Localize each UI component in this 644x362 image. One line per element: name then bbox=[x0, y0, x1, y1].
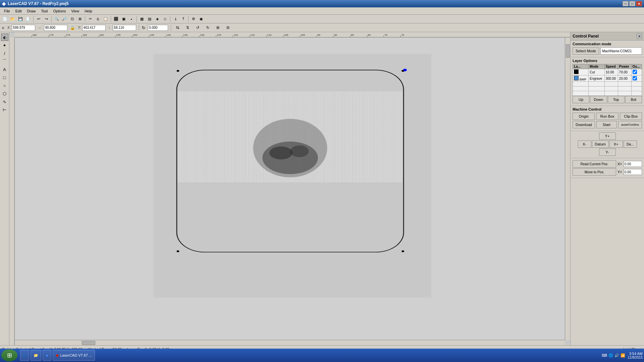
y-input[interactable] bbox=[82, 25, 106, 31]
x-plus-button[interactable]: X+ bbox=[609, 140, 623, 148]
x-pos-input[interactable] bbox=[624, 161, 642, 167]
y-pos-input[interactable] bbox=[624, 169, 642, 175]
left-toolbox: ⬖ ✦ / ⌒ A □ ○ ⬡ ∿ ⊢ bbox=[0, 32, 9, 345]
menu-draw[interactable]: Draw bbox=[24, 8, 39, 14]
zoom-fit-button[interactable]: ⊡ bbox=[68, 15, 76, 23]
rotation-input[interactable] bbox=[148, 25, 168, 31]
v-scrollbar[interactable] bbox=[565, 38, 570, 340]
bot-button[interactable]: Bot bbox=[625, 96, 642, 103]
redo-button[interactable]: ↪ bbox=[43, 15, 50, 23]
datum-button[interactable]: Datum bbox=[592, 140, 609, 148]
close-button[interactable]: ✕ bbox=[636, 1, 642, 6]
layer-row-0[interactable]: Cut 10.00 70.00 bbox=[573, 69, 642, 75]
ie-button[interactable]: e bbox=[20, 350, 29, 361]
y-minus-button[interactable]: Y- bbox=[599, 148, 616, 156]
zoom-out-button[interactable]: 🔎 bbox=[61, 15, 68, 23]
menu-edit[interactable]: Edit bbox=[13, 8, 24, 14]
maximize-button[interactable]: □ bbox=[629, 1, 635, 6]
move-to-button[interactable]: Move to Pos: bbox=[573, 168, 616, 176]
transform-button[interactable]: ⊞ bbox=[214, 24, 221, 32]
menu-file[interactable]: File bbox=[1, 8, 13, 14]
panel-close-button[interactable]: ✕ bbox=[637, 34, 642, 39]
break-button[interactable]: ◇ bbox=[161, 15, 169, 23]
zoom-in-button[interactable]: 🔍 bbox=[53, 15, 60, 23]
up-button[interactable]: Up bbox=[573, 96, 589, 103]
run-box-button[interactable]: Run Box bbox=[596, 113, 618, 120]
ungroup-button[interactable]: ▤ bbox=[146, 15, 153, 23]
menu-options[interactable]: Options bbox=[51, 8, 69, 14]
menu-help[interactable]: Help bbox=[82, 8, 95, 14]
h-scrollbar[interactable] bbox=[15, 340, 565, 345]
chrome-button[interactable]: ● bbox=[43, 350, 51, 361]
menu-view[interactable]: View bbox=[68, 8, 82, 14]
rect-tool[interactable]: □ bbox=[1, 74, 8, 81]
flip-v-button[interactable]: ⇅ bbox=[184, 24, 191, 32]
cut-button[interactable]: ✂ bbox=[87, 15, 94, 23]
canvas-area[interactable]: 180 175 170 165 160 155 150 145 bbox=[9, 32, 570, 345]
y-plus-button[interactable]: Y+ bbox=[599, 132, 616, 140]
select-mode-button[interactable]: Select Mode bbox=[573, 47, 599, 55]
combine-button[interactable]: ◈ bbox=[154, 15, 161, 23]
layer-output-0[interactable] bbox=[631, 69, 642, 75]
layer-row-1[interactable]: BMP Engrave 300.00 20.00 bbox=[573, 75, 642, 82]
undo-button[interactable]: ↩ bbox=[35, 15, 42, 23]
width-input[interactable] bbox=[44, 25, 67, 31]
height-input[interactable] bbox=[113, 25, 136, 31]
down-button[interactable]: Down bbox=[590, 96, 607, 103]
d-button[interactable]: Da... bbox=[624, 140, 637, 148]
minimize-button[interactable]: ─ bbox=[623, 1, 629, 6]
line-tool[interactable]: / bbox=[1, 50, 8, 57]
save-as-button[interactable]: 📑 bbox=[24, 15, 32, 23]
pause-button[interactable]: ause/Continu bbox=[618, 121, 642, 128]
array-button[interactable]: ⊟ bbox=[224, 24, 231, 32]
node-tool[interactable]: ✦ bbox=[1, 42, 8, 49]
top-button[interactable]: Top bbox=[608, 96, 625, 103]
x-input[interactable] bbox=[12, 25, 35, 31]
dimension-tool[interactable]: ⊢ bbox=[1, 106, 8, 113]
paste-button[interactable]: 📋 bbox=[102, 15, 109, 23]
menu-tool[interactable]: Tool bbox=[38, 8, 50, 14]
polygon-tool[interactable]: ⬡ bbox=[1, 90, 8, 97]
start-button[interactable]: Start bbox=[596, 121, 617, 128]
x-minus-button[interactable]: X- bbox=[578, 140, 591, 148]
rotate-left-button[interactable]: ↺ bbox=[194, 24, 201, 32]
v-scrollbar-thumb[interactable] bbox=[566, 44, 570, 58]
origin-button[interactable]: Origin bbox=[573, 113, 595, 120]
align-right-button[interactable]: ▪ bbox=[128, 15, 135, 23]
import-button[interactable]: ⤓ bbox=[172, 15, 179, 23]
layer-power-1: 20.00 bbox=[618, 75, 631, 82]
clip-box-button[interactable]: Clip Box bbox=[620, 113, 642, 120]
text-tool[interactable]: A bbox=[1, 66, 8, 73]
start-button[interactable]: ⊞ bbox=[1, 349, 17, 361]
align-center-button[interactable]: ▣ bbox=[120, 15, 127, 23]
layer-output-1[interactable] bbox=[631, 75, 642, 82]
save-button[interactable]: 💾 bbox=[17, 15, 24, 23]
machine-control-title: Machine Control bbox=[573, 107, 642, 111]
drawing-canvas[interactable] bbox=[15, 38, 570, 340]
svg-text:80: 80 bbox=[368, 34, 371, 37]
laser-button[interactable]: ◉ bbox=[198, 15, 205, 23]
read-pos-button[interactable]: Read Current Pos: bbox=[573, 160, 616, 168]
h-scrollbar-thumb[interactable] bbox=[82, 341, 95, 345]
flip-h-button[interactable]: ⇆ bbox=[174, 24, 181, 32]
zoom-select-button[interactable]: ⊞ bbox=[76, 15, 84, 23]
folder-button[interactable]: 📁 bbox=[31, 350, 41, 361]
window-title: LaserCAD V7.67 - RedFry2.pwj5 bbox=[8, 1, 68, 6]
output-checkbox-1[interactable] bbox=[633, 76, 637, 80]
circle-tool[interactable]: ○ bbox=[1, 82, 8, 89]
align-left-button[interactable]: ⬛ bbox=[112, 15, 120, 23]
settings-button[interactable]: ⚙ bbox=[190, 15, 197, 23]
export-button[interactable]: ⤒ bbox=[179, 15, 187, 23]
polyline-tool[interactable]: ⌒ bbox=[1, 58, 8, 65]
output-checkbox-0[interactable] bbox=[633, 70, 637, 74]
select-tool[interactable]: ⬖ bbox=[1, 34, 8, 41]
app-icon: ◆ bbox=[2, 1, 6, 6]
lasercad-task-button[interactable]: ◆ LaserCAD V7.67 ... bbox=[53, 350, 95, 361]
copy-button[interactable]: ⎘ bbox=[94, 15, 102, 23]
new-button[interactable]: 📄 bbox=[1, 15, 9, 23]
group-button[interactable]: ▦ bbox=[138, 15, 146, 23]
rotate-right-button[interactable]: ↻ bbox=[204, 24, 211, 32]
bezier-tool[interactable]: ∿ bbox=[1, 98, 8, 105]
download-button[interactable]: Download bbox=[573, 121, 595, 128]
open-button[interactable]: 📂 bbox=[9, 15, 16, 23]
